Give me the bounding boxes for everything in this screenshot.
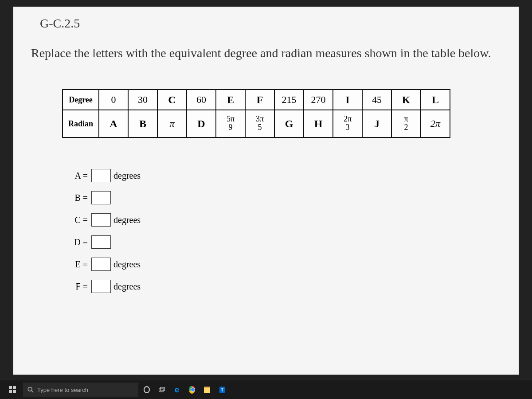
rad-cell-pi2: π2 — [391, 110, 421, 137]
deg-cell-L: L — [421, 90, 450, 110]
svg-rect-7 — [160, 387, 164, 391]
answer-label-A: A = — [66, 171, 88, 181]
answer-row-B: B = — [66, 191, 519, 204]
problem-instructions: Replace the letters with the equivalent … — [13, 31, 519, 63]
answer-unit-E: degrees — [113, 259, 141, 270]
answer-row-F: F = degrees — [66, 280, 519, 293]
edge-icon: e — [175, 385, 179, 395]
explorer-button[interactable] — [200, 382, 214, 398]
rad-cell-J: J — [362, 110, 391, 137]
cortana-button[interactable] — [140, 382, 153, 398]
edge-button[interactable]: e — [170, 382, 184, 398]
svg-rect-6 — [159, 388, 163, 392]
document-page: G-C.2.5 Replace the letters with the equ… — [13, 7, 519, 375]
answer-label-C: C = — [66, 215, 88, 225]
deg-cell-3: 60 — [187, 90, 216, 110]
search-placeholder: Type here to search — [37, 387, 88, 393]
deg-cell-7: 270 — [304, 90, 333, 110]
deg-cell-K: K — [391, 90, 421, 110]
svg-rect-1 — [13, 386, 16, 389]
deg-cell-F: F — [245, 90, 274, 110]
answer-unit-F: degrees — [113, 282, 141, 292]
rad-cell-2pi3: 2π3 — [333, 110, 362, 137]
answer-list: A = degrees B = C = degrees D = E = — [66, 169, 519, 293]
taskbar-search[interactable]: Type here to search — [23, 383, 138, 397]
answer-unit-C: degrees — [113, 215, 141, 225]
deg-cell-9: 45 — [362, 90, 391, 110]
chrome-button[interactable] — [185, 382, 199, 398]
rad-cell-D: D — [187, 110, 216, 137]
windows-icon — [9, 386, 16, 393]
rad-cell-A: A — [99, 110, 128, 137]
answer-row-C: C = degrees — [66, 213, 519, 227]
answer-input-E[interactable] — [91, 258, 111, 271]
texmaker-icon: T — [219, 387, 225, 393]
answer-label-B: B = — [66, 193, 88, 203]
answer-input-D[interactable] — [91, 235, 111, 249]
answer-unit-A: degrees — [113, 171, 141, 181]
svg-line-5 — [31, 391, 33, 392]
rad-cell-2pi: 2π — [421, 110, 450, 137]
deg-cell-1: 30 — [128, 90, 157, 110]
task-view-icon — [159, 387, 165, 393]
task-view-button[interactable] — [155, 382, 168, 398]
answer-label-D: D = — [66, 237, 88, 247]
answer-row-E: E = degrees — [66, 258, 519, 271]
deg-cell-0: 0 — [99, 90, 128, 110]
standard-code: G-C.2.5 — [13, 7, 519, 31]
conversion-table: Degree 0 30 C 60 E F 215 270 I 45 K L Ra… — [62, 89, 450, 138]
start-button[interactable] — [4, 382, 21, 398]
folder-icon — [204, 387, 210, 393]
svg-rect-3 — [13, 390, 16, 393]
svg-rect-2 — [9, 390, 12, 393]
rad-cell-pi: π — [157, 110, 187, 137]
conversion-table-wrapper: Degree 0 30 C 60 E F 215 270 I 45 K L Ra… — [62, 89, 519, 138]
monitor-frame: G-C.2.5 Replace the letters with the equ… — [0, 0, 532, 399]
answer-label-E: E = — [66, 259, 88, 270]
radian-row: Radian A B π D 5π9 3π5 G H 2π3 — [63, 110, 450, 137]
answer-row-D: D = — [66, 235, 519, 249]
answer-input-B[interactable] — [91, 191, 111, 204]
answer-row-A: A = degrees — [66, 169, 519, 182]
answer-input-A[interactable] — [91, 169, 111, 182]
windows-taskbar: Type here to search e T — [0, 380, 532, 399]
answer-label-F: F = — [66, 282, 88, 292]
svg-rect-0 — [9, 386, 12, 389]
rad-cell-B: B — [128, 110, 157, 137]
rad-cell-3pi5: 3π5 — [245, 110, 274, 137]
chrome-icon — [189, 386, 195, 394]
degree-row-label: Degree — [63, 90, 99, 110]
cortana-icon — [144, 386, 150, 393]
rad-cell-H: H — [304, 110, 333, 137]
rad-cell-5pi9: 5π9 — [216, 110, 245, 137]
rad-cell-G: G — [274, 110, 304, 137]
deg-cell-6: 215 — [274, 90, 304, 110]
radian-row-label: Radian — [63, 110, 99, 137]
deg-cell-C: C — [157, 90, 187, 110]
deg-cell-I: I — [333, 90, 362, 110]
search-icon — [27, 387, 34, 393]
answer-input-C[interactable] — [91, 213, 111, 227]
degree-row: Degree 0 30 C 60 E F 215 270 I 45 K L — [63, 90, 450, 110]
answer-input-F[interactable] — [91, 280, 111, 293]
deg-cell-E: E — [216, 90, 245, 110]
svg-point-4 — [28, 387, 32, 391]
texmaker-button[interactable]: T — [215, 382, 229, 398]
